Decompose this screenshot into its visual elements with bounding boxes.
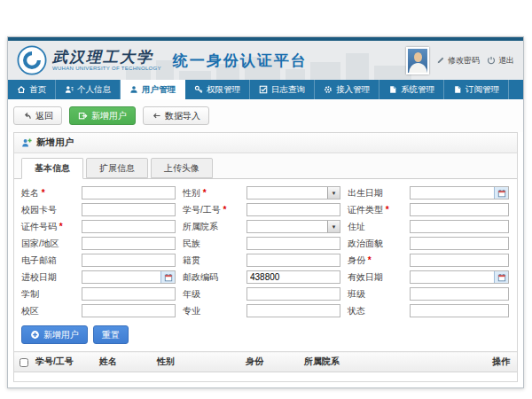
chevron-down-icon[interactable]: ▼: [327, 221, 340, 232]
email-input[interactable]: [82, 254, 176, 267]
pencil-icon: [436, 56, 445, 65]
avatar[interactable]: [406, 47, 429, 74]
power-icon: [487, 56, 496, 65]
calendar-icon[interactable]: [160, 271, 175, 283]
university-logo-icon: [17, 45, 47, 75]
tab-extended-info[interactable]: 扩展信息: [86, 158, 148, 178]
class-label: 班级: [348, 288, 403, 301]
gear-icon: [324, 85, 332, 94]
tab-basic-info[interactable]: 基本信息: [21, 158, 83, 179]
native-place-input[interactable]: [246, 254, 340, 267]
reset-button[interactable]: 重置: [93, 325, 129, 344]
nav-item-subscription[interactable]: 订阅管理: [444, 80, 509, 99]
page-title: 统一身份认证平台: [173, 51, 308, 71]
panel-title: 新增用户: [36, 137, 74, 149]
nav-item-home[interactable]: 首页: [8, 80, 56, 99]
table-header-row: 学号/工号 姓名 性别 身份 所属院系 操作: [14, 352, 517, 372]
university-name-block: 武汉理工大学 WUHAN UNIVERSITY OF TECHNOLOGY: [52, 50, 161, 71]
user-result-table: 学号/工号 姓名 性别 身份 所属院系 操作: [14, 351, 517, 381]
address-input[interactable]: [410, 220, 509, 233]
status-input[interactable]: [410, 304, 509, 317]
name-input[interactable]: [82, 186, 176, 200]
campus-label: 校区: [21, 305, 74, 317]
id-number-label: 证件号码: [21, 221, 74, 233]
nav-label: 订阅管理: [466, 84, 499, 96]
add-user-label: 新增用户: [91, 110, 127, 121]
logout-label: 退出: [498, 55, 514, 66]
add-user-toolbar-button[interactable]: 新增用户: [69, 106, 136, 125]
native-place-label: 籍贯: [183, 254, 239, 267]
col-gender: 性别: [153, 352, 242, 372]
header-actions: 修改密码 退出: [406, 47, 514, 74]
name-label: 姓名: [21, 187, 74, 200]
col-operations: 操作: [489, 352, 517, 372]
major-input[interactable]: [246, 304, 340, 317]
tab-strip: 基本信息 扩展信息 上传头像: [14, 153, 517, 179]
form-actions: 新增用户 重置: [14, 322, 517, 351]
key-icon: [194, 85, 203, 94]
nav-label: 用户管理: [142, 84, 176, 96]
submit-add-user-button[interactable]: 新增用户: [21, 325, 88, 344]
basic-info-form: 姓名 性别 ▼ 出生日期 校园卡号 学号/工号 证件类型 证件号码 所属院系 ▼…: [14, 179, 517, 322]
identity-label: 身份: [348, 254, 403, 267]
nav-item-system[interactable]: 系统管理: [379, 80, 444, 99]
add-user-icon: [78, 111, 88, 121]
system-page-icon: [388, 85, 397, 94]
logout-link[interactable]: 退出: [487, 55, 514, 66]
tab-upload-avatar[interactable]: 上传头像: [151, 158, 213, 178]
plus-circle-icon: [30, 330, 40, 340]
department-label: 所属院系: [183, 221, 239, 233]
nav-item-user-management[interactable]: 用户管理: [121, 80, 185, 99]
schooling-length-label: 学制: [21, 288, 74, 301]
panel-title-bar: 新增用户: [14, 133, 517, 153]
campus-input[interactable]: [82, 304, 176, 317]
political-status-input[interactable]: [410, 237, 509, 250]
ethnicity-input[interactable]: [246, 237, 340, 250]
valid-date-label: 有效日期: [348, 271, 403, 284]
political-status-label: 政治面貌: [348, 238, 403, 250]
log-check-icon: [259, 85, 268, 94]
submit-label: 新增用户: [43, 329, 79, 340]
col-name: 姓名: [96, 352, 153, 372]
reset-label: 重置: [102, 329, 120, 340]
nav-item-logs[interactable]: 日志查询: [250, 80, 315, 99]
class-input[interactable]: [410, 287, 509, 301]
grade-input[interactable]: [246, 287, 340, 301]
nav-label: 个人信息: [77, 84, 111, 96]
nav-item-profile[interactable]: 个人信息: [56, 80, 121, 99]
subscribe-page-icon: [453, 85, 462, 94]
data-import-label: 数据导入: [165, 110, 200, 121]
user-icon: [129, 85, 138, 94]
calendar-icon[interactable]: [494, 187, 508, 199]
back-button[interactable]: 返回: [13, 106, 62, 125]
main-nav: 首页 个人信息 用户管理 权限管理 日志查询 接入管理 系统管理 订阅管理: [8, 80, 523, 99]
select-all-checkbox[interactable]: [20, 358, 28, 367]
nav-item-access[interactable]: 接入管理: [315, 80, 379, 99]
nav-label: 权限管理: [207, 84, 240, 96]
student-id-input[interactable]: [246, 203, 340, 216]
schooling-length-input[interactable]: [82, 287, 176, 301]
id-type-label: 证件类型: [348, 204, 403, 216]
country-input[interactable]: [82, 237, 176, 250]
chevron-down-icon[interactable]: ▼: [327, 187, 340, 199]
data-import-button[interactable]: 数据导入: [143, 106, 209, 125]
university-name: 武汉理工大学: [52, 50, 161, 66]
postal-code-input[interactable]: [246, 270, 340, 284]
campus-card-label: 校园卡号: [21, 204, 74, 216]
col-department: 所属院系: [301, 352, 489, 372]
calendar-icon[interactable]: [494, 271, 508, 283]
change-password-link[interactable]: 修改密码: [436, 55, 480, 66]
brand: 武汉理工大学 WUHAN UNIVERSITY OF TECHNOLOGY: [17, 45, 161, 75]
campus-card-input[interactable]: [82, 203, 176, 216]
brand-header: 武汉理工大学 WUHAN UNIVERSITY OF TECHNOLOGY 统一…: [8, 41, 523, 80]
table-row: [14, 372, 517, 381]
app-window: 武汉理工大学 WUHAN UNIVERSITY OF TECHNOLOGY 统一…: [7, 36, 524, 388]
identity-input[interactable]: [410, 254, 509, 267]
birth-date-label: 出生日期: [348, 187, 403, 200]
nav-item-permissions[interactable]: 权限管理: [185, 80, 250, 99]
id-number-input[interactable]: [82, 220, 176, 233]
nav-label: 系统管理: [401, 84, 434, 96]
gender-label: 性别: [183, 187, 239, 200]
email-label: 电子邮箱: [21, 254, 74, 267]
id-type-input[interactable]: [410, 203, 509, 216]
